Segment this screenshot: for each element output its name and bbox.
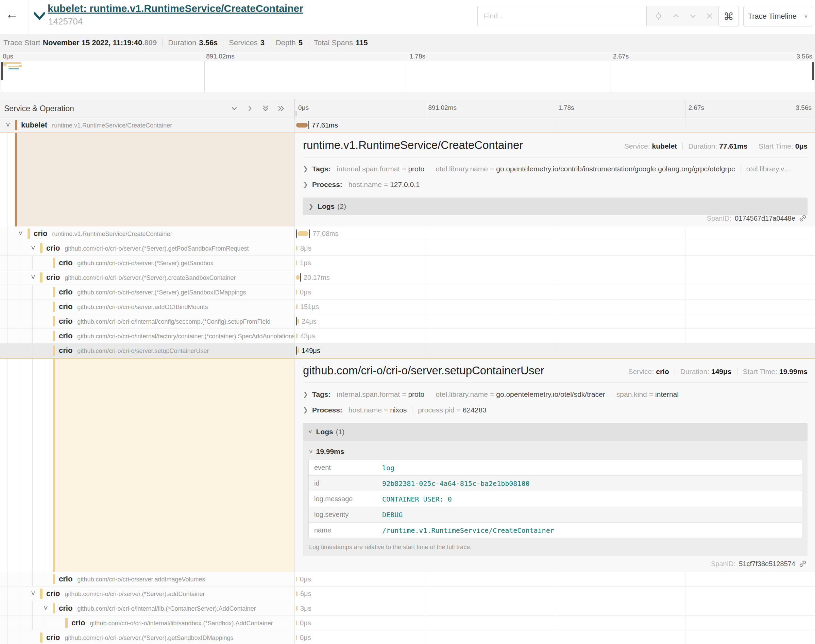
row-chevron-icon[interactable]: ˅ [6,121,10,129]
indent-guide [20,343,20,358]
span-rows: ˅kubeletruntime.v1.RuntimeService/Create… [0,118,815,644]
process-accordion[interactable]: ❯Process:host.name=127.0.0.1 [303,181,807,189]
span-duration-bar [296,621,297,625]
row-chevron-icon[interactable]: ˅ [43,604,48,612]
keyboard-shortcuts-button[interactable]: ⌘ [718,6,739,27]
row-chevron-icon[interactable]: ˅ [18,230,23,237]
logs-accordion-header[interactable]: ❯Logs(2) [303,198,807,215]
logs-count: (1) [336,428,345,436]
ruler-tick-label: 2.67s [688,104,704,112]
process-accordion[interactable]: ❯Process:host.name=nixosprocess.pid=6242… [303,406,807,414]
span-row[interactable]: criogithub.com/cri-o/cri-o/server.(*Serv… [0,256,815,270]
copy-link-icon[interactable] [799,560,807,568]
span-row[interactable]: ˅crioruntime.v1.RuntimeService/CreateCon… [0,227,815,241]
log-entry-header[interactable]: ˅19.99ms [309,448,802,455]
indent-guide [20,270,20,285]
span-id-value: 51cf7f38e5128574 [739,560,795,568]
tag-value: proto [408,390,424,399]
span-row[interactable]: criogithub.com/cri-o/cri-o/internal/conf… [0,314,815,329]
span-row-name-cell: criogithub.com/cri-o/cri-o/server.addOCI… [0,299,294,314]
start-time-value: 19.99ms [779,368,807,376]
span-row[interactable]: ˅criogithub.com/cri-o/cri-o/server.(*Ser… [0,587,815,601]
span-row[interactable]: ˅kubeletruntime.v1.RuntimeService/Create… [0,118,815,133]
span-detail-content: github.com/cri-o/cri-o/server.setupConta… [294,359,815,572]
service-color-bar [15,120,17,130]
service-operation-header: Service & Operation [0,99,294,118]
log-fields-table: eventlogid92b82381-025c-4a64-815c-ba2e1b… [308,460,802,538]
timeline-gridline [425,299,425,314]
minimap-canvas[interactable] [1,61,814,92]
timeline-gridline [555,256,555,270]
trace-collapse-chevron-icon[interactable] [33,10,46,23]
timeline-gridline [685,227,685,241]
start-time-label: Start Time: [758,142,793,150]
find-bar [477,6,721,26]
service-name: criogithub.com/cri-o/cri-o/internal/fact… [59,331,294,340]
span-row-timeline-cell: 24μs [294,314,815,328]
timeline-gridline [685,299,685,314]
timeline-gridline [685,270,685,285]
expand-one-icon[interactable] [246,105,254,112]
trace-title-link[interactable]: kubelet: runtime.v1.RuntimeService/Creat… [47,3,303,14]
back-button[interactable]: ← [5,8,18,20]
log-field-row: eventlog [309,460,802,476]
indent-guide [20,329,20,343]
span-row[interactable]: criogithub.com/cri-o/cri-o/server.addOCI… [0,299,815,314]
service-name: criogithub.com/cri-o/cri-o/server.(*Serv… [46,589,205,598]
minimap-right-handle[interactable] [812,62,814,80]
timeline-gridline [685,256,685,270]
service-color-bar [40,272,43,282]
span-row[interactable]: criogithub.com/cri-o/cri-o/internal/lib/… [0,616,815,630]
span-row[interactable]: criogithub.com/cri-o/cri-o/server.setupC… [0,343,815,358]
service-name: criogithub.com/cri-o/cri-o/internal/conf… [59,317,271,326]
service-color-bar [53,258,55,268]
span-row[interactable]: ˅criogithub.com/cri-o/cri-o/server.(*Ser… [0,241,815,256]
expand-all-icon[interactable] [277,105,285,112]
span-duration-label: 0μs [300,575,311,583]
span-duration-label: 24μs [302,317,317,325]
indent-guide [7,299,8,314]
row-chevron-icon[interactable]: ˅ [31,244,35,252]
indent-guide [7,572,8,586]
operation-name: github.com/cri-o/cri-o/server.(*Server).… [77,289,246,296]
clear-search-icon[interactable] [706,12,713,20]
span-row-name-cell: criogithub.com/cri-o/cri-o/internal/conf… [0,314,294,328]
span-row[interactable]: ˅criogithub.com/cri-o/cri-o/internal/lib… [0,601,815,616]
collapse-all-icon[interactable] [262,105,269,112]
service-color-bar [53,316,55,327]
tags-accordion[interactable]: ❯Tags:internal.span.format=protootel.lib… [303,390,807,399]
span-row-name-cell: criogithub.com/cri-o/cri-o/server.(*Serv… [0,256,294,270]
row-chevron-icon[interactable]: ˅ [31,274,35,281]
logs-title: Logs [316,428,333,436]
timeline-gridline [425,285,425,299]
span-id-label: SpanID: [711,560,735,568]
span-row[interactable]: criogithub.com/cri-o/cri-o/server.(*Serv… [0,630,815,644]
tags-accordion[interactable]: ❯Tags:internal.span.format=protootel.lib… [303,165,807,173]
copy-link-icon[interactable] [799,214,807,222]
minimap-tick-label: 2.67s [613,53,629,60]
view-type-dropdown[interactable]: Trace Timeline ˅ [743,6,812,27]
collapse-one-icon[interactable] [231,105,238,112]
operation-name: runtime.v1.RuntimeService/CreateContaine… [52,122,172,129]
span-duration-bar [296,606,297,611]
span-row[interactable]: criogithub.com/cri-o/cri-o/internal/fact… [0,329,815,343]
logs-accordion-header[interactable]: ˅Logs(1) [303,423,807,441]
indent-guide [32,359,33,572]
indent-guide [7,587,8,601]
service-name: criogithub.com/cri-o/cri-o/server.(*Serv… [46,244,249,253]
span-detail-meta: Service: kubeletDuration: 77.61msStart T… [624,142,807,150]
find-input[interactable] [477,6,646,26]
service-name: criogithub.com/cri-o/cri-o/server.(*Serv… [46,273,236,282]
span-row[interactable]: ˅criogithub.com/cri-o/cri-o/server.(*Ser… [0,270,815,285]
timeline-gridline [555,601,555,615]
locate-icon[interactable] [654,12,663,20]
span-row[interactable]: criogithub.com/cri-o/cri-o/server.(*Serv… [0,285,815,299]
minimap-left-handle[interactable] [1,62,3,80]
timeline-gridline [555,299,555,314]
span-duration-label: 77.61ms [312,121,338,129]
prev-result-icon[interactable] [672,12,680,20]
row-chevron-icon[interactable]: ˅ [31,590,35,597]
operation-name: github.com/cri-o/cri-o/server.addImageVo… [77,576,205,583]
next-result-icon[interactable] [689,12,697,20]
span-row[interactable]: criogithub.com/cri-o/cri-o/server.addIma… [0,572,815,587]
